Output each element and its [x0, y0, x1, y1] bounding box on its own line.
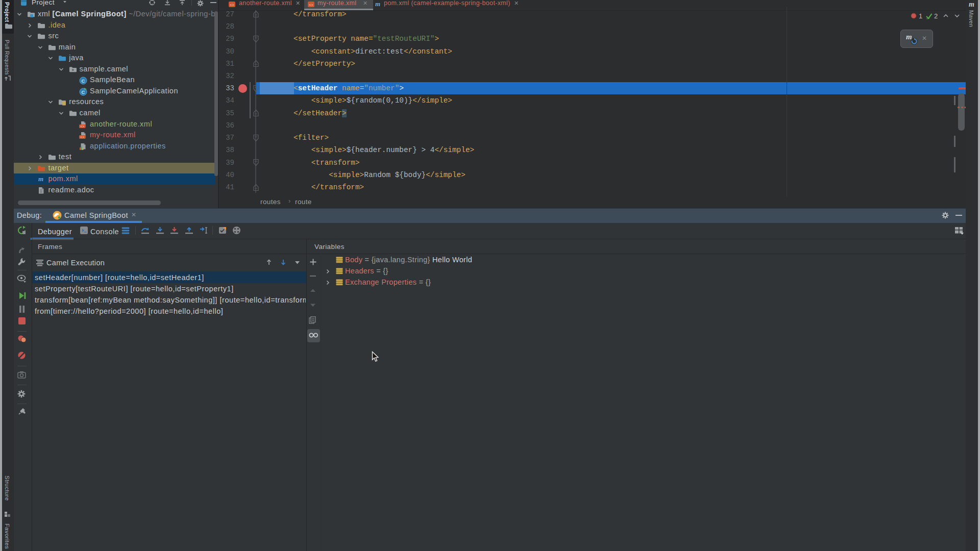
svg-text:<>: <>	[80, 124, 84, 128]
svg-text:C: C	[82, 78, 85, 84]
svg-text:m: m	[375, 0, 380, 8]
svg-text:<>: <>	[309, 3, 313, 7]
svg-text:<>: <>	[80, 136, 84, 139]
svg-text:m: m	[38, 176, 43, 183]
svg-text:m: m	[969, 1, 974, 8]
svg-text:<>: <>	[230, 3, 234, 7]
